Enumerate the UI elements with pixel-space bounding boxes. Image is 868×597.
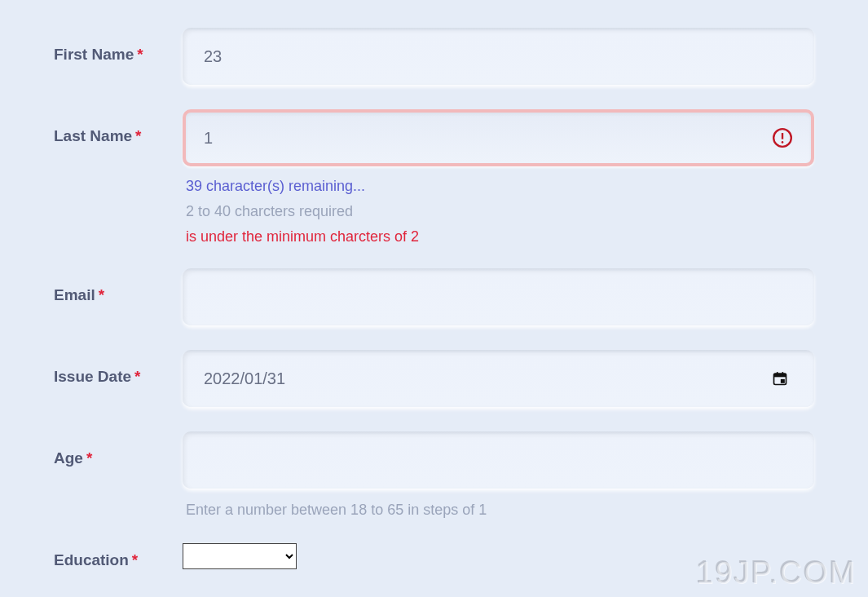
first-name-input-shell[interactable] <box>183 28 814 85</box>
age-input[interactable] <box>204 451 793 470</box>
first-name-input[interactable] <box>204 47 793 66</box>
issue-date-input[interactable] <box>204 369 772 388</box>
label-last-name: Last Name * <box>54 109 183 145</box>
label-issue-date: Issue Date * <box>54 350 183 386</box>
issue-date-input-shell[interactable] <box>183 350 814 407</box>
issue-date-field-wrap <box>183 350 814 407</box>
svg-rect-7 <box>781 379 785 383</box>
error-icon <box>772 127 793 148</box>
age-hint: Enter a number between 18 to 65 in steps… <box>183 502 814 519</box>
last-name-remaining: 39 character(s) remaining... <box>183 178 814 195</box>
label-age-text: Age <box>54 449 83 467</box>
label-email: Email * <box>54 268 183 304</box>
row-first-name: First Name * <box>54 28 814 85</box>
first-name-field-wrap <box>183 28 814 85</box>
label-first-name-text: First Name <box>54 46 134 64</box>
watermark-text: 19JP.COM <box>696 555 857 590</box>
education-select[interactable] <box>183 543 297 569</box>
last-name-error: is under the minimum charcters of 2 <box>183 228 814 245</box>
last-name-input-shell[interactable] <box>183 109 814 166</box>
row-last-name: Last Name * 39 character(s) remaining...… <box>54 109 814 245</box>
email-input[interactable] <box>204 288 793 307</box>
label-first-name: First Name * <box>54 28 183 64</box>
required-asterisk: * <box>132 551 138 569</box>
email-field-wrap <box>183 268 814 325</box>
row-email: Email * <box>54 268 814 325</box>
required-asterisk: * <box>86 449 92 467</box>
label-education: Education * <box>54 543 183 569</box>
label-education-text: Education <box>54 551 129 569</box>
form-container: First Name * Last Name * <box>0 0 868 569</box>
svg-rect-4 <box>774 374 786 377</box>
required-asterisk: * <box>99 286 104 304</box>
last-name-rule: 2 to 40 charcters required <box>183 203 814 220</box>
row-age: Age * Enter a number between 18 to 65 in… <box>54 431 814 519</box>
label-email-text: Email <box>54 286 95 304</box>
required-asterisk: * <box>135 127 141 145</box>
email-input-shell[interactable] <box>183 268 814 325</box>
age-field-wrap: Enter a number between 18 to 65 in steps… <box>183 431 814 519</box>
row-issue-date: Issue Date * <box>54 350 814 407</box>
svg-point-2 <box>782 141 784 144</box>
age-input-shell[interactable] <box>183 431 814 489</box>
label-age: Age * <box>54 431 183 467</box>
last-name-input[interactable] <box>204 129 772 148</box>
label-last-name-text: Last Name <box>54 127 132 145</box>
required-asterisk: * <box>137 46 143 64</box>
last-name-field-wrap: 39 character(s) remaining... 2 to 40 cha… <box>183 109 814 245</box>
label-issue-date-text: Issue Date <box>54 368 131 386</box>
calendar-icon[interactable] <box>772 370 788 387</box>
required-asterisk: * <box>134 368 140 386</box>
